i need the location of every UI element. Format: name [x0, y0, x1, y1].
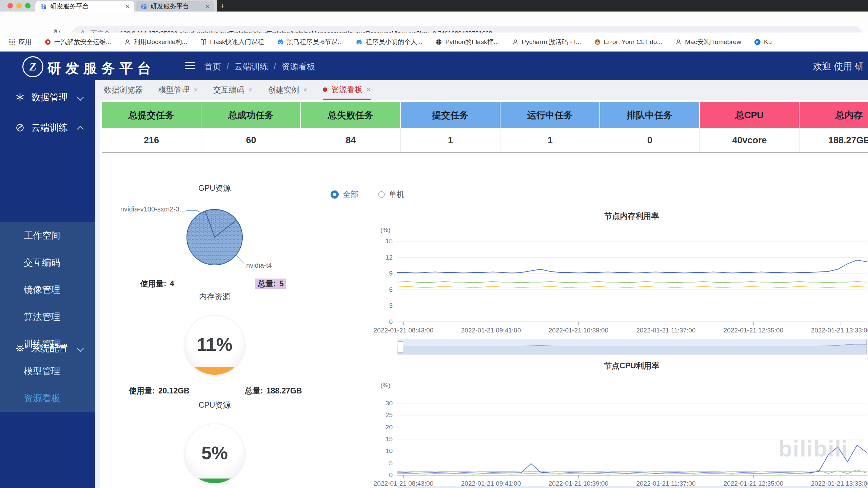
window-minimize-icon[interactable] [16, 3, 22, 8]
sidebar-group-data-management[interactable]: 数据管理 [0, 89, 95, 106]
sidebar-item[interactable]: 算法管理 [0, 303, 95, 330]
bookmark-item[interactable]: Pycharm 激活码 - I... [512, 38, 581, 46]
stats-header-cell: 总CPU [700, 102, 800, 128]
bookmark-label: Ku [764, 38, 772, 46]
tab-label: 交互编码 [213, 85, 244, 95]
radio-all[interactable]: 全部 [331, 189, 358, 200]
bookmark-item[interactable]: 应用 [9, 38, 32, 46]
sidebar-item[interactable]: 模型管理 [0, 358, 95, 385]
datazoom-left-handle[interactable] [398, 341, 403, 353]
bookmark-label: Pycharm 激活码 - I... [522, 38, 581, 46]
breadcrumb-cloud-training[interactable]: 云端训练 [234, 61, 268, 72]
welcome-text: 欢迎 使用 研 [813, 60, 864, 73]
close-icon[interactable]: × [125, 3, 130, 10]
calendar-icon [356, 39, 362, 45]
bookmark-label: 程序员小叨的个人... [366, 38, 422, 46]
sidebar-item[interactable]: 交互编码 [0, 249, 95, 276]
tab-label: 创建实例 [268, 85, 299, 95]
window-zoom-icon[interactable] [25, 3, 31, 8]
close-icon[interactable]: × [194, 86, 198, 94]
close-icon[interactable]: × [205, 3, 210, 10]
sidebar-group-system-config[interactable]: 系统配置 [0, 340, 95, 357]
y-tick-label: 20 [374, 424, 393, 431]
new-tab-button[interactable]: + [220, 1, 225, 11]
sidebar-item[interactable]: 镜像管理 [0, 276, 95, 303]
cpu-section-title: CPU资源 [147, 400, 282, 410]
bookmark-item[interactable]: 程序员小叨的个人... [356, 38, 422, 46]
sidebar-item[interactable]: 工作空间 [0, 222, 95, 249]
content-left-gutter [95, 80, 100, 488]
red-badge-icon [44, 39, 51, 45]
chevron-up-icon [77, 126, 84, 133]
bookmark-item[interactable]: 黑马程序员-6节课... [277, 38, 343, 46]
stats-value-cell: 1 [401, 128, 500, 152]
y-tick-label: 30 [374, 400, 393, 407]
stats-column: 总成功任务60 [201, 102, 301, 152]
bookmark-item[interactable]: Mac安装Homebrew [675, 38, 741, 46]
y-tick-label: 15 [374, 238, 393, 245]
window-close-icon[interactable] [7, 3, 13, 8]
pie-slice-label-v100: nvidia-v100-sxm2-3... [102, 205, 185, 213]
person-icon [675, 39, 682, 45]
bookmark-label: 应用 [19, 38, 32, 46]
browser-tab-2[interactable]: 研发服务平台 × [136, 1, 214, 12]
chevron-down-icon [77, 345, 84, 352]
bookmark-item[interactable]: 一汽解放安全运维... [44, 38, 111, 46]
breadcrumb-resource-board[interactable]: 资源看板 [281, 61, 315, 72]
stats-value-cell: 40vcore [700, 128, 800, 152]
close-icon[interactable]: × [249, 86, 253, 94]
close-icon[interactable]: × [303, 86, 307, 94]
y-tick-label: 3 [374, 302, 393, 309]
memory-used-row: 使用量:20.12GB [129, 386, 190, 396]
pie-slice-label-t4: nvidia-t4 [246, 262, 272, 269]
sidebar: 数据管理 云端训练 工作空间交互编码镜像管理算法管理训练管理模型管理资源看板 系… [0, 80, 95, 488]
section-divider [102, 169, 868, 169]
gpu-used-value: 4 [170, 279, 174, 288]
content-tab[interactable]: 资源看板× [323, 80, 371, 100]
x-tick-label: 2022-01-21 09:41:00 [445, 327, 537, 334]
content-tab-bar: 数据浏览器模型管理×交互编码×创建实例×资源看板× [100, 80, 868, 100]
stats-column: 运行中任务1 [500, 102, 600, 152]
bookmark-item[interactable]: Flask快速入门课程 [200, 38, 264, 46]
content-tab[interactable]: 数据浏览器 [104, 80, 143, 100]
sidebar-item[interactable]: 资源看板 [0, 385, 95, 412]
close-icon[interactable]: × [367, 86, 371, 94]
menu-toggle-icon[interactable] [185, 62, 195, 71]
stats-value-cell: 1 [500, 128, 600, 152]
y-tick-label: 12 [374, 254, 393, 261]
memory-gauge-fill [185, 367, 244, 375]
cpu-gauge-fill [185, 479, 244, 483]
bookmark-label: 一汽解放安全运维... [54, 38, 111, 46]
gpu-used-label: 使用量: [140, 279, 166, 288]
y-tick-label: 10 [374, 447, 393, 455]
stats-header-cell: 提交任务 [401, 102, 500, 128]
browser-tab-1[interactable]: 研发服务平台 × [35, 1, 134, 12]
k-circle-icon: K [754, 39, 761, 45]
radio-single[interactable]: 单机 [378, 189, 405, 200]
monkey-icon [594, 39, 601, 45]
bookmark-item[interactable]: KKu [754, 38, 772, 46]
tab-title: 研发服务平台 [151, 2, 202, 11]
bookmark-item[interactable]: Error: Your CLT do... [594, 38, 663, 46]
x-tick-label: 2022-01-21 08:43:00 [358, 480, 449, 487]
bilibili-watermark: bilibili [778, 436, 849, 462]
datazoom-slider[interactable] [397, 339, 867, 354]
screen: 研发服务平台 × 研发服务平台 × + ← → ↻ 不安全 | 139.9.11… [0, 0, 868, 488]
bookmark-label: Flask快速入门课程 [210, 38, 264, 46]
y-tick-label: 0 [374, 471, 393, 479]
content-tab[interactable]: 创建实例× [268, 80, 307, 100]
content-tab[interactable]: 模型管理× [158, 80, 198, 100]
radio-unselected-icon [378, 191, 385, 198]
stats-header-cell: 排队中任务 [600, 102, 700, 128]
bookmark-item[interactable]: 利用Dockerfile构... [124, 38, 187, 46]
sidebar-submenu: 工作空间交互编码镜像管理算法管理训练管理模型管理资源看板 [0, 222, 95, 412]
content-tab[interactable]: 交互编码× [213, 80, 253, 100]
gpu-total-highlight: 总量:5 [255, 279, 286, 289]
breadcrumb-home[interactable]: 首页 [204, 61, 221, 72]
sidebar-group-label: 数据管理 [31, 91, 68, 103]
bookmark-item[interactable]: Python的Flask框... [435, 38, 499, 46]
stats-column: 总提交任务216 [102, 102, 201, 152]
y-axis-unit: (%) [380, 226, 391, 234]
unsaved-dot-icon [323, 87, 327, 92]
sidebar-group-cloud-training[interactable]: 云端训练 [0, 119, 95, 136]
